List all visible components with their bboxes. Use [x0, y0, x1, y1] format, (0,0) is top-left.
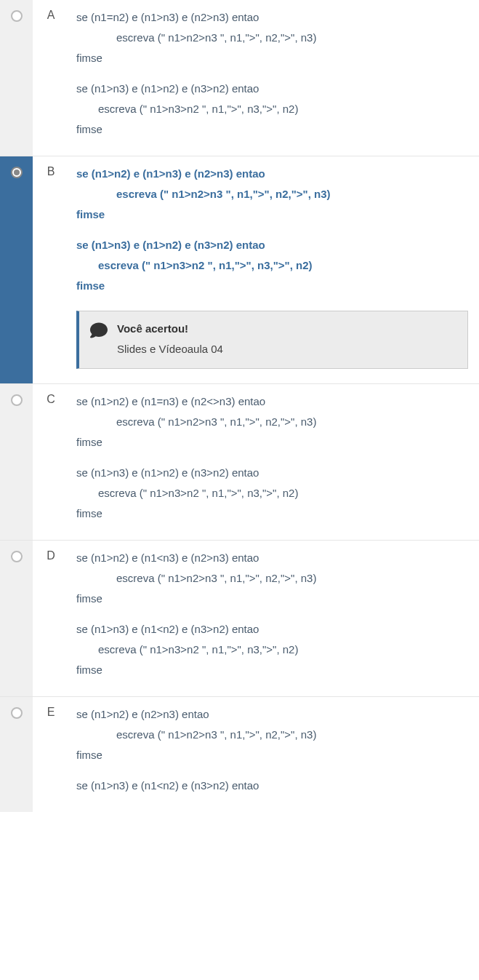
code-line: se (n1>n3) e (n1<n2) e (n3>n2) entao: [76, 621, 468, 638]
code-line: fimse: [76, 49, 468, 67]
code-block: se (n1>n2) e (n2>n3) entaoescreva (" n1>…: [76, 706, 468, 794]
code-line: fimse: [76, 505, 468, 522]
code-line: se (n1>n3) e (n1>n2) e (n3>n2) entao: [76, 464, 468, 482]
option-letter: D: [33, 541, 69, 696]
radio-col[interactable]: [0, 697, 33, 812]
radio-button[interactable]: [11, 394, 23, 406]
radio-button[interactable]: [11, 167, 23, 178]
radio-button[interactable]: [11, 10, 23, 22]
block-gap: [76, 610, 468, 621]
feedback-subtitle: Slides e Vídeoaula 04: [117, 340, 223, 358]
radio-col[interactable]: [0, 541, 33, 696]
block-gap: [76, 454, 468, 464]
radio-button[interactable]: [11, 551, 23, 562]
option-content: se (n1>n2) e (n2>n3) entaoescreva (" n1>…: [69, 697, 479, 812]
code-line: escreva (" n1>n3>n2 ", n1,">", n3,">", n…: [76, 257, 468, 274]
code-line: se (n1>n3) e (n1<n2) e (n3>n2) entao: [76, 777, 468, 794]
code-block: se (n1>n2) e (n1>n3) e (n2>n3) entaoescr…: [76, 165, 468, 295]
radio-col[interactable]: [0, 156, 33, 383]
code-line: se (n1=n2) e (n1>n3) e (n2>n3) entao: [76, 9, 468, 26]
code-line: escreva (" n1>n2>n3 ", n1,">", n2,">", n…: [76, 726, 468, 744]
quiz-options: Ase (n1=n2) e (n1>n3) e (n2>n3) entaoesc…: [0, 0, 479, 812]
code-block: se (n1>n2) e (n1=n3) e (n2<>n3) entaoesc…: [76, 393, 468, 522]
option-row-b[interactable]: Bse (n1>n2) e (n1>n3) e (n2>n3) entaoesc…: [0, 156, 479, 383]
radio-col[interactable]: [0, 0, 33, 156]
comment-icon: [89, 322, 108, 339]
code-line: escreva (" n1>n3>n2 ", n1,">", n3,">", n…: [76, 100, 468, 118]
feedback-title: Você acertou!: [117, 320, 223, 338]
code-line: fimse: [76, 206, 468, 223]
code-line: escreva (" n1>n2>n3 ", n1,">", n2,">", n…: [76, 186, 468, 203]
option-row-d[interactable]: Dse (n1>n2) e (n1<n3) e (n2>n3) entaoesc…: [0, 540, 479, 696]
option-content: se (n1>n2) e (n1>n3) e (n2>n3) entaoescr…: [69, 156, 479, 383]
radio-inner-dot: [14, 170, 20, 175]
code-line: fimse: [76, 277, 468, 295]
code-line: escreva (" n1>n2>n3 ", n1,">", n2,">", n…: [76, 29, 468, 47]
option-letter: E: [33, 697, 69, 812]
code-block: se (n1>n2) e (n1<n3) e (n2>n3) entaoescr…: [76, 549, 468, 679]
code-line: fimse: [76, 661, 468, 679]
code-line: escreva (" n1>n3>n2 ", n1,">", n3,">", n…: [76, 485, 468, 502]
code-line: se (n1>n2) e (n1>n3) e (n2>n3) entao: [76, 165, 468, 183]
radio-col[interactable]: [0, 384, 33, 540]
feedback-text: Você acertou!Slides e Vídeoaula 04: [117, 320, 223, 358]
code-line: fimse: [76, 590, 468, 607]
option-row-c[interactable]: Cse (n1>n2) e (n1=n3) e (n2<>n3) entaoes…: [0, 383, 479, 540]
code-block: se (n1=n2) e (n1>n3) e (n2>n3) entaoescr…: [76, 9, 468, 138]
option-letter: A: [33, 0, 69, 156]
option-row-a[interactable]: Ase (n1=n2) e (n1>n3) e (n2>n3) entaoesc…: [0, 0, 479, 156]
option-content: se (n1>n2) e (n1<n3) e (n2>n3) entaoescr…: [69, 541, 479, 696]
option-content: se (n1=n2) e (n1>n3) e (n2>n3) entaoescr…: [69, 0, 479, 156]
code-line: se (n1>n2) e (n1<n3) e (n2>n3) entao: [76, 549, 468, 567]
code-line: fimse: [76, 746, 468, 764]
option-letter: B: [33, 156, 69, 383]
feedback-box: Você acertou!Slides e Vídeoaula 04: [76, 311, 468, 369]
code-line: se (n1>n3) e (n1>n2) e (n3>n2) entao: [76, 80, 468, 97]
option-row-e[interactable]: Ese (n1>n2) e (n2>n3) entaoescreva (" n1…: [0, 696, 479, 812]
radio-button[interactable]: [11, 707, 23, 719]
code-line: fimse: [76, 434, 468, 451]
code-line: se (n1>n2) e (n2>n3) entao: [76, 706, 468, 723]
code-line: se (n1>n3) e (n1>n2) e (n3>n2) entao: [76, 236, 468, 254]
option-content: se (n1>n2) e (n1=n3) e (n2<>n3) entaoesc…: [69, 384, 479, 540]
code-line: fimse: [76, 121, 468, 138]
code-line: escreva (" n1>n2>n3 ", n1,">", n2,">", n…: [76, 570, 468, 587]
block-gap: [76, 767, 468, 777]
block-gap: [76, 70, 468, 80]
block-gap: [76, 226, 468, 236]
option-letter: C: [33, 384, 69, 540]
code-line: se (n1>n2) e (n1=n3) e (n2<>n3) entao: [76, 393, 468, 410]
code-line: escreva (" n1>n2>n3 ", n1,">", n2,">", n…: [76, 413, 468, 431]
code-line: escreva (" n1>n3>n2 ", n1,">", n3,">", n…: [76, 641, 468, 658]
